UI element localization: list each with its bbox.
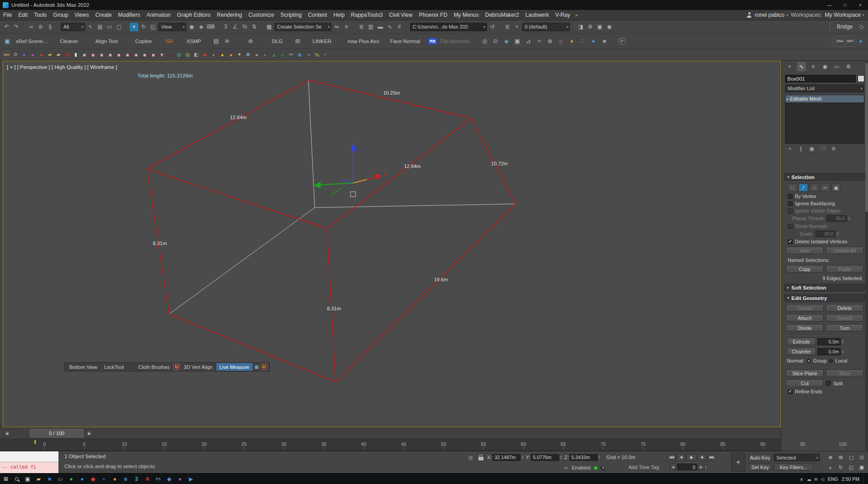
- sun-icon[interactable]: ☀: [235, 51, 243, 58]
- select-object-icon[interactable]: ↖: [86, 23, 95, 31]
- chrome-icon[interactable]: ◉: [88, 474, 98, 484]
- red-orb-icon[interactable]: ●: [37, 51, 45, 58]
- mirror-icon[interactable]: ⇋: [332, 23, 341, 31]
- 3dsmax-taskbar-icon[interactable]: 3: [132, 474, 141, 484]
- select-and-link-icon[interactable]: ∞: [27, 23, 35, 31]
- object-name-field[interactable]: Box001: [785, 75, 856, 82]
- create-new-layer-icon[interactable]: +: [512, 23, 521, 31]
- viewport-tool-bottom-view[interactable]: Bottom View: [66, 363, 101, 371]
- cut-button[interactable]: Cut: [786, 379, 824, 387]
- show-end-result-icon[interactable]: ∥: [796, 145, 806, 153]
- set-key-button[interactable]: Set Key: [748, 463, 772, 471]
- modifier-list-dropdown[interactable]: Modifier List: [785, 84, 864, 92]
- rendered-frame-window-icon[interactable]: ▣: [595, 23, 604, 31]
- firefox-icon[interactable]: ●: [110, 474, 120, 484]
- attach-button[interactable]: Attach: [786, 314, 824, 322]
- menu-tools[interactable]: Tools: [31, 11, 50, 19]
- selection-mode-dropdown[interactable]: Selected: [774, 454, 820, 461]
- triangle-tool-icon[interactable]: ⊿: [523, 36, 533, 47]
- violet-orb-icon[interactable]: ●: [29, 51, 36, 58]
- orbit-icon[interactable]: ↻: [836, 463, 846, 472]
- modifier-stack-item[interactable]: ▸Editable Mesh: [785, 95, 864, 102]
- hierarchy-tab-icon[interactable]: ≡: [809, 62, 818, 71]
- task-view-button[interactable]: ▣: [23, 474, 33, 484]
- selection-rollout-header[interactable]: ▾ Selection: [784, 173, 865, 181]
- z-coordinate-field[interactable]: 5.3433m: [570, 454, 598, 461]
- maximize-button[interactable]: □: [837, 0, 853, 10]
- menu-rappatools3[interactable]: RappaTools3: [348, 11, 386, 19]
- flip-normals-button[interactable]: Flip Normals: [438, 36, 473, 46]
- menu-edit[interactable]: Edit: [15, 11, 31, 19]
- cleaner-button[interactable]: Cleaner: [57, 36, 81, 46]
- make-unique-icon[interactable]: ▣: [807, 145, 817, 153]
- display-tab-icon[interactable]: ▭: [832, 62, 841, 71]
- manage-layers-icon[interactable]: ≣: [503, 23, 512, 31]
- current-frame-field[interactable]: 0: [677, 464, 697, 470]
- panel-tool-icon[interactable]: ▣: [512, 36, 522, 47]
- diamond-tool-icon[interactable]: ♦: [567, 36, 577, 47]
- y-coordinate-field[interactable]: 5.0776m: [531, 454, 559, 461]
- create-tab-icon[interactable]: +: [785, 62, 794, 71]
- leaf-icon[interactable]: ♠: [278, 51, 286, 58]
- pink-cube-icon-4[interactable]: ■: [106, 51, 114, 58]
- toggle-layer-explorer-icon[interactable]: ▥: [366, 23, 375, 31]
- edge-icon[interactable]: e: [121, 474, 131, 484]
- olive-disc-icon[interactable]: ◍: [184, 51, 191, 58]
- umacro-icon[interactable]: U: [261, 363, 268, 370]
- selected-edges[interactable]: [147, 80, 515, 382]
- snow-plus-asset-button[interactable]: now Plus Ass:: [345, 36, 383, 46]
- edge-mode-icon[interactable]: ∕: [799, 184, 808, 192]
- cube-tool-icon[interactable]: ■: [600, 36, 610, 47]
- photoshop-icon[interactable]: Ps: [153, 474, 163, 484]
- wave-tool-icon[interactable]: ≈: [534, 36, 544, 47]
- hide-button[interactable]: Hide: [786, 247, 824, 254]
- zoom-all-icon[interactable]: ⊞: [836, 453, 846, 462]
- target-tool-icon[interactable]: ◎: [480, 36, 490, 47]
- scrollbar-thumb[interactable]: [865, 63, 868, 212]
- menu-help[interactable]: Help: [330, 11, 348, 19]
- orange-orb-icon[interactable]: ●: [227, 51, 234, 58]
- half-gray-icon[interactable]: ◐: [261, 51, 269, 58]
- half-moon-icon[interactable]: ◗: [210, 51, 217, 58]
- slice-button[interactable]: Slice: [826, 369, 863, 377]
- by-vertex-checkbox[interactable]: By Vertex: [788, 194, 868, 199]
- curve-editor-icon[interactable]: ∿: [385, 23, 394, 31]
- gear-script-icon[interactable]: ⚙: [11, 51, 19, 58]
- paste-named-selection-button[interactable]: Paste: [826, 265, 863, 273]
- menu-animation[interactable]: Animation: [143, 11, 174, 19]
- face-normal-button[interactable]: Face Normal: [387, 36, 423, 46]
- menu-civil-view[interactable]: Civil View: [386, 11, 416, 19]
- transform-gizmo[interactable]: x z: [313, 143, 386, 197]
- sr-button[interactable]: SR: [163, 36, 176, 46]
- snowflake-icon[interactable]: ⊛: [244, 51, 252, 58]
- flag-red-icon[interactable]: ▮: [63, 51, 71, 58]
- menu-v-ray[interactable]: V-Ray: [552, 11, 573, 19]
- bind-to-space-warp-icon[interactable]: §: [46, 23, 54, 31]
- xref-scene-icon[interactable]: ▣: [2, 36, 12, 47]
- menu-group[interactable]: Group: [50, 11, 71, 19]
- time-slider[interactable]: 0 / 100: [30, 429, 83, 437]
- extrude-button[interactable]: Extrude: [787, 338, 816, 345]
- bridge-settings-icon[interactable]: ◇: [857, 23, 866, 31]
- skype-app-icon[interactable]: ●: [77, 474, 87, 484]
- sphere-tool-icon[interactable]: ●: [589, 36, 599, 47]
- close-button[interactable]: ×: [853, 0, 868, 10]
- schematic-view-icon[interactable]: #: [395, 23, 404, 31]
- delete-isolated-vertices-checkbox[interactable]: Delete Isolated Vertices: [788, 239, 868, 244]
- menu-overflow-chevron[interactable]: »: [573, 12, 580, 18]
- yellow-orb-icon[interactable]: ●: [218, 51, 226, 58]
- percent-snap-icon[interactable]: %: [240, 23, 249, 31]
- edit-geometry-rollout-header[interactable]: ▾ Edit Geometry: [784, 294, 865, 302]
- red-play-icon[interactable]: ▶: [201, 51, 209, 58]
- folder2-script-icon[interactable]: ▰: [54, 51, 62, 58]
- purple-orb-icon[interactable]: ●: [20, 51, 28, 58]
- delete-button[interactable]: Delete: [826, 304, 863, 312]
- clock[interactable]: 2:50 PM: [842, 476, 859, 482]
- group-radio[interactable]: [807, 359, 811, 363]
- maxscript-mini-listener[interactable]: -- called fi: [0, 451, 59, 474]
- extrude-value-field[interactable]: 0.0m: [817, 338, 841, 345]
- fov-icon[interactable]: ◱: [846, 463, 856, 472]
- dsa-plugin-icon[interactable]: DSA: [835, 36, 845, 47]
- monitor-app-icon[interactable]: ▭: [55, 474, 65, 484]
- window-crossing-icon[interactable]: ▢: [115, 23, 123, 31]
